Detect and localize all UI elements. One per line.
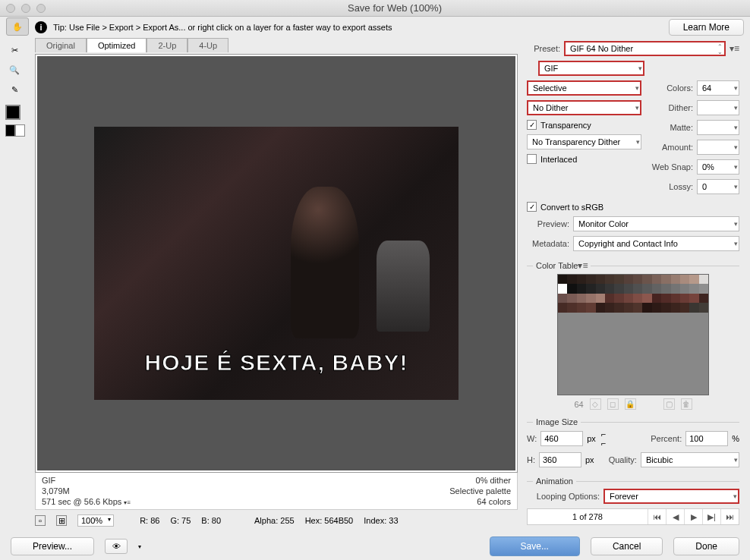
- preview-button[interactable]: Preview...: [11, 537, 94, 555]
- dither-method-select[interactable]: No Dither: [527, 100, 641, 115]
- zoom-select[interactable]: 100%▾: [77, 514, 114, 527]
- tab-2up[interactable]: 2-Up: [147, 38, 188, 52]
- cancel-button[interactable]: Cancel: [591, 537, 663, 555]
- colors-input[interactable]: 64: [697, 80, 739, 96]
- info-icon: i: [35, 21, 47, 33]
- ct-icon-2: ◻: [607, 398, 619, 410]
- preview-image: HOJE É SEXTA, BABY!: [94, 127, 459, 400]
- lossy-input[interactable]: 0: [697, 179, 739, 194]
- transparency-checkbox[interactable]: ✓: [527, 120, 537, 130]
- animation-controls: 1 of 278 ⏮ ◀ ▶ ▶| ⏭: [527, 508, 739, 525]
- color-table[interactable]: [557, 274, 709, 395]
- metadata-select[interactable]: Copyright and Contact Info: [573, 236, 739, 251]
- tool-palette: ✂ 🔍 ✎: [0, 38, 30, 531]
- window-title: Save for Web (100%): [46, 2, 744, 14]
- frame-counter: 1 of 278: [528, 512, 648, 521]
- tab-original[interactable]: Original: [35, 38, 87, 52]
- foreground-swatch[interactable]: [5, 105, 20, 120]
- interlaced-checkbox[interactable]: [527, 154, 537, 164]
- select-single-icon[interactable]: ▫: [35, 515, 46, 526]
- learn-more-button[interactable]: Learn More: [669, 19, 744, 36]
- tab-4up[interactable]: 4-Up: [188, 38, 228, 52]
- titlebar: Save for Web (100%): [0, 0, 750, 17]
- lock-icon: 🔒: [625, 398, 636, 410]
- done-button[interactable]: Done: [673, 537, 739, 555]
- last-frame-button[interactable]: ⏭: [720, 509, 739, 524]
- bottom-bar: Preview... 👁 ▾ Save... Cancel Done: [0, 533, 750, 560]
- color-table-footer: 64 ◇ ◻ 🔒 ▢ 🗑: [527, 398, 739, 410]
- websnap-input[interactable]: 0%: [697, 159, 739, 175]
- eyedropper-tool[interactable]: ✎: [3, 80, 26, 99]
- play-button[interactable]: ▶: [684, 509, 702, 524]
- trash-icon[interactable]: 🗑: [681, 398, 692, 410]
- quality-select[interactable]: Bicubic: [641, 452, 739, 467]
- matte-select: [697, 120, 739, 135]
- format-select[interactable]: GIF: [538, 61, 644, 76]
- meme-caption: HOJE É SEXTA, BABY!: [145, 350, 408, 376]
- toggle-swatch[interactable]: [5, 124, 25, 137]
- color-table-menu-icon[interactable]: ▾≡: [578, 260, 588, 271]
- color-reduction-select[interactable]: Selective: [527, 80, 641, 96]
- zoom-tool[interactable]: 🔍: [3, 61, 26, 79]
- hand-tool[interactable]: ✋: [6, 17, 29, 36]
- transparency-dither-select[interactable]: No Transparency Dither: [527, 134, 641, 149]
- preset-menu-icon[interactable]: ▾≡: [730, 43, 739, 54]
- view-tabs: Original Optimized 2-Up 4-Up: [35, 38, 518, 52]
- next-frame-button[interactable]: ▶|: [702, 509, 720, 524]
- tip-text: Tip: Use File > Export > Export As... or…: [53, 23, 392, 32]
- ct-icon-1: ◇: [590, 398, 601, 410]
- amount-input: [697, 140, 739, 155]
- status-bar: ▫ ⊞ 100%▾ R: 86 G: 75 B: 80 Alpha: 255 H…: [35, 510, 518, 531]
- preview-info: GIF 3,079M 571 sec @ 56.6 Kbps ▾≡ 0% dit…: [35, 473, 518, 510]
- prev-frame-button[interactable]: ◀: [666, 509, 684, 524]
- select-all-icon[interactable]: ⊞: [56, 515, 67, 526]
- preset-select[interactable]: GIF 64 No Dither: [564, 41, 726, 56]
- preview-select[interactable]: Monitor Color: [573, 216, 739, 231]
- dither-input: [697, 100, 739, 115]
- tab-optimized[interactable]: Optimized: [87, 38, 147, 52]
- window-controls[interactable]: [6, 4, 46, 13]
- first-frame-button[interactable]: ⏮: [648, 509, 666, 524]
- height-input[interactable]: [539, 452, 581, 467]
- srgb-checkbox[interactable]: ✓: [527, 202, 537, 212]
- save-button[interactable]: Save...: [490, 536, 580, 556]
- browser-preview-icon[interactable]: 👁: [105, 539, 128, 554]
- tip-bar: ✋ i Tip: Use File > Export > Export As..…: [0, 17, 750, 38]
- new-swatch-icon[interactable]: ▢: [663, 398, 675, 410]
- preview-canvas[interactable]: HOJE É SEXTA, BABY!: [35, 54, 518, 473]
- width-input[interactable]: [540, 431, 583, 446]
- looping-select[interactable]: Forever: [603, 489, 739, 504]
- slice-tool[interactable]: ✂: [3, 41, 26, 59]
- percent-input[interactable]: [685, 431, 728, 446]
- settings-panel: Preset: GIF 64 No Dither ▾≡ GIF Selectiv…: [522, 38, 750, 531]
